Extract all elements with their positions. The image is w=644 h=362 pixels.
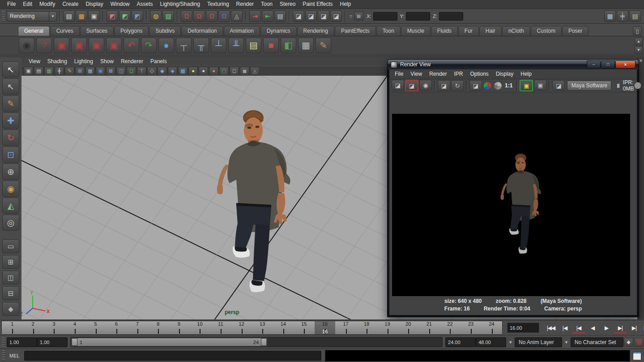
timeline-frame-20[interactable]: 20 xyxy=(398,321,419,334)
safe-title-icon[interactable]: T xyxy=(137,67,146,76)
chevron-down-icon[interactable]: ▼ xyxy=(508,340,512,345)
shelf-tab-toon[interactable]: Toon xyxy=(376,26,401,36)
timeline-frame-13[interactable]: 13 xyxy=(252,321,273,334)
y-coordinate-input[interactable] xyxy=(406,12,430,21)
menu-toon[interactable]: Toon xyxy=(257,0,276,9)
delete-unused-shelf-icon[interactable]: ● xyxy=(158,38,174,53)
shelf-tab-subdivs[interactable]: Subdivs xyxy=(149,26,181,36)
menu-stereo[interactable]: Stereo xyxy=(276,0,299,9)
snapshot-button[interactable]: ◉ xyxy=(419,80,432,90)
menu-texturing[interactable]: Texturing xyxy=(204,0,233,9)
z-coordinate-input[interactable] xyxy=(439,12,463,21)
render-sequence-icon[interactable]: ◪ xyxy=(330,10,342,22)
new-scene-icon[interactable]: ▤ xyxy=(63,10,75,22)
play-forwards-button[interactable]: ▶ xyxy=(600,323,613,333)
timeline-frame-8[interactable]: 8 xyxy=(148,321,169,334)
all-lights-icon[interactable]: ● xyxy=(199,67,208,76)
keep-image-button[interactable]: ▣ xyxy=(520,80,533,91)
timeline-frame-16[interactable]: 1616 xyxy=(315,321,336,334)
dolly-camera-shelf-icon[interactable]: ▣ xyxy=(89,38,104,53)
menu-display[interactable]: Display xyxy=(82,0,107,9)
group-hierarchy-shelf-icon[interactable]: ╥ xyxy=(193,38,209,53)
menu-assets[interactable]: Assets xyxy=(133,0,156,9)
shelf-tab-fluids[interactable]: Fluids xyxy=(431,26,458,36)
shelf-scroll-up-button[interactable]: ▲ xyxy=(635,38,643,45)
snap-to-curve-icon[interactable]: Ω xyxy=(193,10,205,22)
separator[interactable] xyxy=(177,11,178,22)
render-view-menu-view[interactable]: View xyxy=(407,70,426,78)
shelf-tab-polygons[interactable]: Polygons xyxy=(114,26,149,36)
ipr-render-button[interactable]: ◪ xyxy=(438,80,450,91)
refresh-ipr-button[interactable]: ↻ xyxy=(451,80,464,91)
shelf-tab-ncloth[interactable]: nCloth xyxy=(502,26,530,36)
go-to-start-button[interactable]: |◀◀ xyxy=(545,323,557,333)
single-pane-layout[interactable]: ▭ xyxy=(2,239,19,253)
universal-manipulator-tool[interactable]: ⊕ xyxy=(2,164,19,180)
menu-window[interactable]: Window xyxy=(107,0,133,9)
step-forward-key-button[interactable]: ▶| xyxy=(614,323,627,333)
timeline-frame-17[interactable]: 17 xyxy=(335,321,356,334)
shelf-tab-animation[interactable]: Animation xyxy=(224,26,260,36)
timeline-frame-10[interactable]: 10 xyxy=(189,321,210,334)
menu-help[interactable]: Help xyxy=(337,0,355,9)
character-set-selector[interactable]: No Character Set xyxy=(571,337,623,347)
close-button[interactable]: × xyxy=(615,60,635,69)
textured-mode-icon[interactable]: ◈ xyxy=(168,67,177,76)
x-coordinate-input[interactable] xyxy=(373,12,397,21)
timeline-ruler[interactable]: 1234567891011121314151616171819202122232… xyxy=(1,321,503,335)
select-by-component-icon[interactable]: ◩ xyxy=(132,10,143,22)
ungroup-hierarchy-shelf-icon[interactable]: ┴ xyxy=(211,38,226,53)
shelf-scroll-down-button[interactable]: ▼ xyxy=(635,46,643,54)
timeline-frame-21[interactable]: 21 xyxy=(419,321,440,334)
redo-previous-render-region-button[interactable]: ◪ xyxy=(405,80,418,91)
chevron-down-icon[interactable]: ▽ xyxy=(350,14,352,18)
pause-ipr-button[interactable]: ‖ xyxy=(617,82,620,89)
menu-render[interactable]: Render xyxy=(233,0,257,9)
field-chart-icon[interactable]: ◫ xyxy=(116,67,126,76)
step-back-frame-button[interactable]: |◀ xyxy=(559,323,571,333)
script-editor-icon[interactable] xyxy=(633,352,641,360)
viewport-menu-show[interactable]: Show xyxy=(97,57,117,66)
select-tool[interactable]: ↖ xyxy=(2,61,19,78)
status-line-grip[interactable] xyxy=(2,11,5,22)
redo-shelf-icon[interactable]: ↷ xyxy=(141,38,157,53)
viewport-menu-shading[interactable]: Shading xyxy=(44,57,71,66)
menu-lighting-shading[interactable]: Lighting/Shading xyxy=(156,0,203,9)
range-slider-track[interactable]: 1 24 xyxy=(70,337,443,347)
grid-toggle-icon[interactable]: ⊞ xyxy=(75,67,85,76)
maximize-button[interactable]: □ xyxy=(601,60,615,69)
snap-together-icon[interactable]: ⊞ xyxy=(354,12,363,21)
chevron-down-icon[interactable]: ▼ xyxy=(564,340,568,345)
range-start-handle[interactable] xyxy=(72,338,77,346)
render-settings-icon[interactable]: ◪ xyxy=(318,10,329,22)
selected-light-icon[interactable]: ● xyxy=(209,67,218,76)
last-tool-used[interactable]: ◎ xyxy=(2,215,19,231)
scale-tool[interactable]: ⊡ xyxy=(2,147,19,163)
anim-layer-selector[interactable]: No Anim Layer xyxy=(515,337,562,347)
separator[interactable] xyxy=(59,11,60,22)
separator[interactable] xyxy=(146,11,147,22)
render-view-menu-options[interactable]: Options xyxy=(467,70,492,78)
menu-file[interactable]: File xyxy=(4,0,19,9)
render-view-titlebar[interactable]: Render View – □ × xyxy=(388,60,639,69)
resolution-gate-icon[interactable]: ▣ xyxy=(96,67,105,76)
shelf-tab-custom[interactable]: Custom xyxy=(531,26,562,36)
open-render-settings-button[interactable]: ◪ xyxy=(552,80,565,91)
smooth-proxy-shelf-icon[interactable]: ▦ xyxy=(298,38,314,53)
separator[interactable] xyxy=(102,11,104,22)
menu-set-selector[interactable]: Rendering ▼ xyxy=(7,11,57,22)
safe-action-icon[interactable]: ◻ xyxy=(127,67,136,76)
shelf-tab-general[interactable]: General xyxy=(18,26,50,36)
shelf-tab-dynamics[interactable]: Dynamics xyxy=(260,26,297,36)
output-connections-icon[interactable]: ⇤ xyxy=(262,10,273,22)
animation-end-field[interactable] xyxy=(476,337,506,347)
lock-selection-icon[interactable]: ◍ xyxy=(150,10,162,22)
render-view-menu-render[interactable]: Render xyxy=(426,70,450,78)
menu-edit[interactable]: Edit xyxy=(19,0,36,9)
render-view-menu-display[interactable]: Display xyxy=(492,70,517,78)
auto-keyframe-icon[interactable]: ▦ xyxy=(634,338,644,347)
film-gate-icon[interactable]: ▦ xyxy=(85,67,95,76)
timeline-frame-24[interactable]: 24 xyxy=(481,321,502,334)
go-to-end-button[interactable]: ▶▶| xyxy=(642,323,644,333)
timeline-frame-1[interactable]: 1 xyxy=(2,321,23,334)
